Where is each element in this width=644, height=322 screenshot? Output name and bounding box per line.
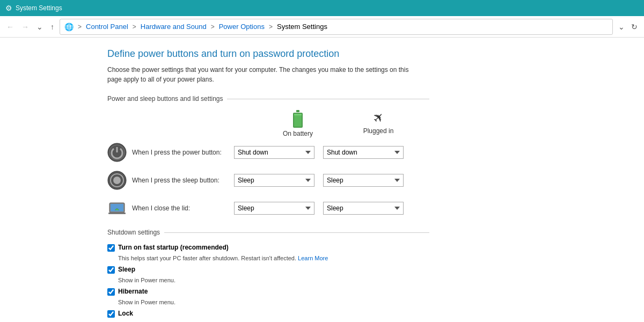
page-description: Choose the power settings that you want … (107, 65, 419, 84)
section1-line (227, 99, 429, 99)
power-button-icon (107, 143, 127, 162)
learn-more-link[interactable]: Learn More (298, 255, 328, 261)
title-text: System Settings (16, 4, 62, 12)
title-bar: ⚙ System Settings (0, 0, 644, 16)
shutdown-section: Turn on fast startup (recommended) This … (107, 244, 429, 322)
section2-header: Shutdown settings (107, 229, 429, 236)
lid-icon (107, 199, 127, 218)
col-header-battery: On battery (258, 110, 338, 137)
main-content: Define power buttons and turn on passwor… (0, 38, 644, 322)
sleep-button-row: When I press the sleep button: Do nothin… (107, 171, 429, 190)
lid-row: When I close the lid: Do nothing Sleep H… (107, 199, 429, 218)
refresh-button[interactable]: ↻ (629, 21, 640, 32)
address-bar: ← → ⌄ ↑ 🌐 > Control Panel > Hardware and… (0, 16, 644, 38)
col-header-plugged: ✈ Plugged in (338, 110, 419, 137)
section1-label: Power and sleep buttons and lid settings (107, 95, 223, 103)
fast-startup-checkbox[interactable] (107, 244, 115, 252)
sleep-checkbox-label[interactable]: Sleep (118, 266, 135, 273)
breadcrumb-sep-2: > (211, 23, 215, 31)
hibernate-checkbox-row: Hibernate (107, 288, 429, 296)
breadcrumb-item-2[interactable]: Power Options (219, 23, 265, 31)
col-header-battery-label: On battery (283, 130, 313, 137)
content-wrapper: Define power buttons and turn on passwor… (107, 48, 429, 322)
address-right-controls: ⌄ ↻ (616, 21, 640, 32)
svg-rect-7 (108, 213, 126, 214)
breadcrumb-item-3: System Settings (277, 23, 327, 31)
globe-icon: 🌐 (64, 23, 74, 31)
breadcrumb-sep-0: > (78, 23, 82, 31)
back-button[interactable]: ← (4, 21, 16, 32)
sleep-checkbox[interactable] (107, 266, 115, 274)
sleep-button-battery-select[interactable]: Do nothing Sleep Hibernate Shut down (234, 174, 314, 187)
sleep-button-icon (107, 171, 127, 190)
lid-battery-select[interactable]: Do nothing Sleep Hibernate Shut down (234, 202, 314, 215)
lock-checkbox-row: Lock (107, 310, 429, 318)
up-button[interactable]: ↑ (48, 21, 56, 32)
power-button-selects: Do nothing Sleep Hibernate Shut down Do … (234, 146, 404, 159)
hibernate-checkbox-label[interactable]: Hibernate (118, 288, 148, 295)
col-header-plugged-label: Plugged in (363, 127, 394, 135)
breadcrumb-sep-1: > (133, 23, 136, 31)
sleep-button-selects: Do nothing Sleep Hibernate Shut down Do … (234, 174, 404, 187)
dropdown-button[interactable]: ⌄ (616, 21, 627, 32)
power-button-battery-select[interactable]: Do nothing Sleep Hibernate Shut down (234, 146, 314, 159)
sleep-button-plugged-select[interactable]: Do nothing Sleep Hibernate Shut down (323, 174, 404, 187)
lid-selects: Do nothing Sleep Hibernate Shut down Do … (234, 202, 404, 215)
sleep-button-label: When I press the sleep button: (132, 177, 234, 184)
breadcrumb-sep-3: > (269, 23, 273, 31)
lock-checkbox-label[interactable]: Lock (118, 310, 133, 317)
fast-startup-label[interactable]: Turn on fast startup (recommended) (118, 244, 229, 251)
settings-table: When I press the power button: Do nothin… (107, 143, 429, 218)
section2-label: Shutdown settings (107, 229, 160, 236)
svg-point-4 (113, 177, 121, 184)
lid-label: When I close the lid: (132, 204, 234, 212)
lid-plugged-select[interactable]: Do nothing Sleep Hibernate Shut down (323, 202, 404, 215)
section1-header: Power and sleep buttons and lid settings (107, 95, 429, 103)
forward-button[interactable]: → (19, 21, 31, 32)
recent-locations-button[interactable]: ⌄ (34, 21, 45, 32)
sleep-checkbox-row: Sleep (107, 266, 429, 274)
fast-startup-sublabel: This helps start your PC faster after sh… (118, 255, 429, 261)
power-button-row: When I press the power button: Do nothin… (107, 143, 429, 162)
breadcrumb: 🌐 > Control Panel > Hardware and Sound >… (60, 19, 613, 35)
power-button-label: When I press the power button: (132, 149, 234, 156)
battery-icon (293, 110, 303, 128)
page-title: Define power buttons and turn on passwor… (107, 48, 429, 60)
power-button-plugged-select[interactable]: Do nothing Sleep Hibernate Shut down (323, 146, 404, 159)
hibernate-checkbox[interactable] (107, 288, 115, 296)
section2-line (164, 232, 429, 233)
plug-icon: ✈ (369, 108, 387, 127)
hibernate-sublabel: Show in Power menu. (118, 299, 429, 305)
lock-checkbox[interactable] (107, 310, 115, 318)
title-icon: ⚙ (5, 4, 12, 12)
fast-startup-row: Turn on fast startup (recommended) (107, 244, 429, 252)
breadcrumb-item-1[interactable]: Hardware and Sound (141, 23, 207, 31)
column-headers: On battery ✈ Plugged in (107, 110, 424, 137)
breadcrumb-item-0[interactable]: Control Panel (86, 23, 128, 31)
sleep-sublabel: Show in Power menu. (118, 277, 429, 283)
